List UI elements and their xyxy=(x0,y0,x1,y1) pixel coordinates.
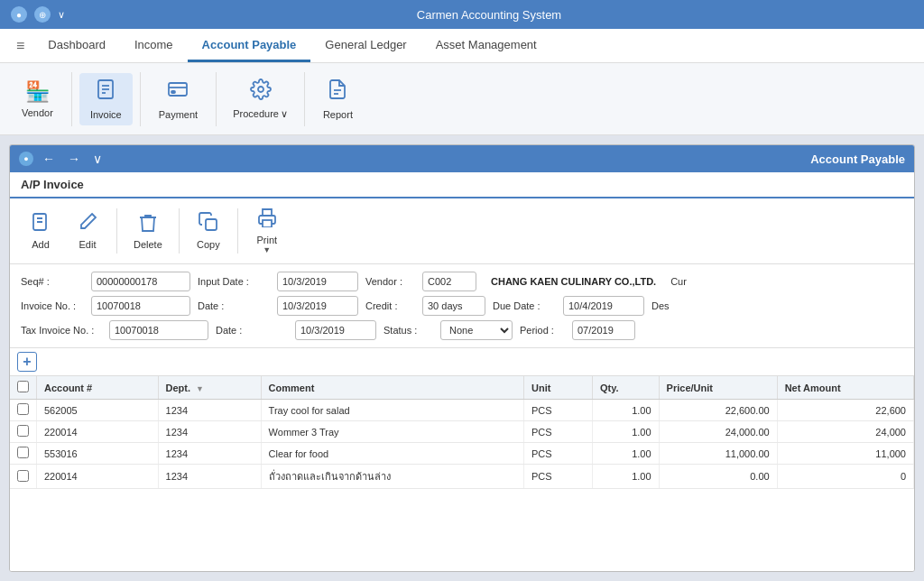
td-net-amount-0: 22,600 xyxy=(777,400,913,421)
tab-income[interactable]: Income xyxy=(120,29,188,62)
table-section: + Account # Dept. ▼ xyxy=(10,348,914,571)
form-row-3: Tax Invoice No. : Date : Status : None P… xyxy=(21,320,903,340)
th-net-amount: Net Amount xyxy=(777,376,913,400)
tab-account-payable[interactable]: Account Payable xyxy=(188,29,311,62)
input-date-input[interactable] xyxy=(277,272,358,291)
inner-toolbar-sep xyxy=(116,208,117,254)
inner-toolbar: Add Edit Delete xyxy=(10,198,914,264)
svg-rect-15 xyxy=(263,220,272,227)
hamburger-menu[interactable]: ≡ xyxy=(7,29,33,62)
row-checkbox-3[interactable] xyxy=(17,470,29,482)
title-bar: ● ⊕ ∨ Carmen Accounting System xyxy=(0,0,924,29)
th-unit: Unit xyxy=(523,376,592,400)
top-nav: ≡ Dashboard Income Account Payable Gener… xyxy=(0,29,924,63)
add-label: Add xyxy=(32,239,50,250)
due-date-input[interactable] xyxy=(563,296,644,316)
credit-label: Credit : xyxy=(365,300,415,311)
toolbar-sep-2 xyxy=(140,72,141,126)
vendor-icon: 🏪 xyxy=(25,80,50,104)
add-button[interactable]: Add xyxy=(19,208,62,254)
nav-forward-button[interactable]: → xyxy=(64,150,84,168)
procedure-icon xyxy=(250,78,272,106)
row-checkbox-2[interactable] xyxy=(17,447,29,458)
toolbar-sep-1 xyxy=(71,72,72,126)
print-label: Print xyxy=(256,235,277,245)
td-checkbox-2 xyxy=(10,443,37,465)
td-qty-3: 1.00 xyxy=(592,465,659,489)
payment-button[interactable]: Payment xyxy=(148,73,208,125)
add-icon xyxy=(31,212,51,236)
date-input-2[interactable] xyxy=(295,320,376,340)
td-account-0: 562005 xyxy=(37,400,159,421)
line-items-table: Account # Dept. ▼ Comment Unit xyxy=(10,376,914,489)
payment-label: Payment xyxy=(159,109,198,120)
form-row-1: Seq# : Input Date : Vendor : CHANG KAEN … xyxy=(21,272,903,291)
inner-title-left: ● ← → ∨ xyxy=(19,150,810,168)
dept-filter-icon[interactable]: ▼ xyxy=(196,384,204,393)
edit-icon xyxy=(78,212,97,236)
select-all-checkbox[interactable] xyxy=(17,381,29,392)
td-checkbox-3 xyxy=(10,465,37,489)
invoice-button[interactable]: Invoice xyxy=(79,73,133,125)
vendor-button[interactable]: 🏪 Vendor xyxy=(11,75,64,124)
status-select[interactable]: None xyxy=(440,320,513,340)
procedure-label: Procedure xyxy=(233,108,279,119)
svg-point-7 xyxy=(258,87,263,92)
td-unit-1: PCS xyxy=(523,421,592,443)
inner-app-icon: ● xyxy=(19,152,33,166)
tab-asset-management[interactable]: Asset Management xyxy=(421,29,551,62)
procedure-label-row: Procedure ∨ xyxy=(233,108,288,120)
nav-down-button[interactable]: ∨ xyxy=(89,150,106,168)
td-dept-0: 1234 xyxy=(158,400,261,421)
vendor-label: Vendor xyxy=(22,107,53,118)
add-row-bar: + xyxy=(10,348,914,376)
invoice-no-input[interactable] xyxy=(91,296,190,316)
td-qty-1: 1.00 xyxy=(592,421,659,443)
print-arrow: ▼ xyxy=(263,245,271,254)
inner-window: ● ← → ∨ Account Payable A/P Invoice xyxy=(9,144,915,572)
vendor-code-input[interactable] xyxy=(422,272,476,291)
title-bar-chevron: ∨ xyxy=(58,9,65,21)
edit-label: Edit xyxy=(79,239,97,250)
td-price-unit-2: 11,000.00 xyxy=(659,443,777,465)
tab-general-ledger[interactable]: General Ledger xyxy=(310,29,420,62)
copy-label: Copy xyxy=(197,239,220,250)
copy-icon xyxy=(199,212,218,236)
td-dept-1: 1234 xyxy=(158,421,261,443)
delete-button[interactable]: Delete xyxy=(125,208,171,254)
td-comment-3: ถั่วงถาดและเกินจากด้านล่าง xyxy=(261,465,523,489)
date-label-2: Date : xyxy=(216,325,288,336)
td-account-3: 220014 xyxy=(37,465,159,489)
app-icon-2: ⊕ xyxy=(34,6,51,23)
table-row: 562005 1234 Tray cool for salad PCS 1.00… xyxy=(10,400,914,421)
procedure-button[interactable]: Procedure ∨ xyxy=(224,73,297,125)
vendor-name: CHANG KAEN CULINARY CO.,LTD. xyxy=(491,276,656,287)
date-input-1[interactable] xyxy=(277,296,358,316)
td-checkbox-0 xyxy=(10,400,37,421)
delete-icon xyxy=(138,212,158,236)
print-button[interactable]: Print ▼ xyxy=(245,204,289,258)
td-unit-0: PCS xyxy=(523,400,592,421)
credit-input[interactable] xyxy=(422,296,485,316)
edit-button[interactable]: Edit xyxy=(66,208,109,254)
delete-label: Delete xyxy=(134,239,162,250)
svg-rect-6 xyxy=(171,91,175,93)
td-net-amount-1: 24,000 xyxy=(777,421,913,443)
toolbar-row: 🏪 Vendor Invoice Payment xyxy=(0,63,924,135)
row-checkbox-1[interactable] xyxy=(17,425,29,437)
row-checkbox-0[interactable] xyxy=(17,403,29,415)
app-icon-1: ● xyxy=(11,6,27,23)
copy-button[interactable]: Copy xyxy=(187,208,230,254)
period-input[interactable] xyxy=(572,320,635,340)
status-label: Status : xyxy=(383,325,433,336)
tab-dashboard[interactable]: Dashboard xyxy=(33,29,120,62)
th-checkbox xyxy=(10,376,37,400)
table-header-row: Account # Dept. ▼ Comment Unit xyxy=(10,376,914,400)
tax-invoice-input[interactable] xyxy=(109,320,208,340)
seq-input[interactable] xyxy=(91,272,190,291)
add-row-button[interactable]: + xyxy=(17,352,37,372)
nav-back-button[interactable]: ← xyxy=(39,150,59,168)
td-dept-3: 1234 xyxy=(158,465,261,489)
report-button[interactable]: Report xyxy=(312,73,364,125)
form-section: Seq# : Input Date : Vendor : CHANG KAEN … xyxy=(10,264,914,348)
